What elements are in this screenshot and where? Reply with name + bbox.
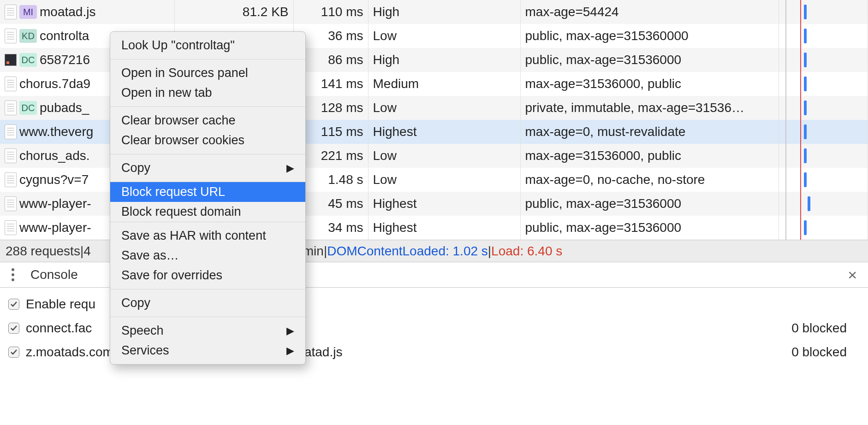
drawer-menu-icon[interactable]	[6, 268, 19, 281]
script-file-icon	[5, 100, 17, 115]
requests-count: 288 requests	[6, 244, 80, 259]
request-name: chorus_ads.	[19, 148, 90, 163]
ctx-save-overrides[interactable]: Save for overrides	[110, 266, 305, 285]
script-file-icon	[5, 124, 17, 139]
priority-cell: Low	[368, 144, 520, 168]
request-name: pubads_	[40, 100, 89, 115]
finish-suffix: min	[303, 244, 324, 259]
check-icon	[10, 301, 18, 308]
cache-control-cell: max-age=54424	[520, 0, 779, 24]
size-cell: 81.2 KB	[174, 0, 293, 24]
ctx-clear-cookies[interactable]: Clear browser cookies	[110, 130, 305, 150]
request-name: www-player-	[19, 220, 91, 235]
ctx-open-tab[interactable]: Open in new tab	[110, 83, 305, 103]
waterfall-cell	[779, 192, 868, 216]
initiator-badge: MI	[19, 5, 37, 19]
priority-cell: High	[368, 48, 520, 72]
sep: |	[80, 244, 83, 259]
chevron-right-icon: ▶	[286, 345, 294, 357]
waterfall-cell	[779, 168, 868, 192]
cache-control-cell: public, max-age=31536000	[520, 48, 779, 72]
waterfall-cell	[779, 24, 868, 48]
ctx-open-sources[interactable]: Open in Sources panel	[110, 63, 305, 83]
request-name: chorus.7da9	[19, 77, 90, 91]
request-name: www.theverg	[19, 124, 93, 139]
script-file-icon	[5, 172, 17, 187]
ctx-clear-cache[interactable]: Clear browser cache	[110, 111, 305, 130]
priority-cell: Highest	[368, 192, 520, 216]
request-name: cygnus?v=7	[19, 172, 89, 187]
cache-control-cell: max-age=0, must-revalidate	[520, 120, 779, 144]
cache-control-cell: public, max-age=31536000	[520, 216, 779, 240]
cache-control-cell: private, immutable, max-age=31536…	[520, 96, 779, 120]
domcontentloaded-label: DOMContentLoaded: 1.02 s	[327, 244, 488, 259]
waterfall-cell	[779, 72, 868, 96]
close-icon[interactable]: ×	[843, 266, 862, 284]
cache-control-cell: max-age=31536000, public	[520, 144, 779, 168]
chevron-right-icon: ▶	[286, 325, 294, 337]
ctx-copy[interactable]: Copy	[110, 293, 305, 313]
priority-cell: High	[368, 0, 520, 24]
pattern-checkbox[interactable]	[8, 347, 19, 358]
waterfall-cell	[779, 120, 868, 144]
request-name: moatad.js	[40, 5, 95, 19]
ctx-services[interactable]: Services▶	[110, 341, 305, 360]
waterfall-cell	[779, 96, 868, 120]
script-file-icon	[5, 77, 17, 91]
request-name: controlta	[40, 29, 89, 43]
context-menu: Look Up "controltag" Open in Sources pan…	[110, 31, 306, 365]
cache-control-cell: max-age=0, no-cache, no-store	[520, 168, 779, 192]
devtools-network-panel: MImoatad.js81.2 KB110 msHighmax-age=5442…	[0, 0, 868, 369]
initiator-badge: DC	[19, 101, 37, 115]
pattern-checkbox[interactable]	[8, 323, 19, 334]
chevron-right-icon: ▶	[286, 162, 294, 174]
script-file-icon	[5, 29, 17, 43]
priority-cell: Low	[368, 96, 520, 120]
ctx-save-har[interactable]: Save as HAR with content	[110, 226, 305, 246]
name-cell: MImoatad.js	[0, 0, 174, 24]
waterfall-cell	[779, 144, 868, 168]
enable-blocking-checkbox[interactable]	[8, 299, 19, 310]
load-label: Load: 6.40 s	[491, 244, 562, 259]
time-cell: 110 ms	[293, 0, 368, 24]
waterfall-cell	[779, 216, 868, 240]
cache-control-cell: public, max-age=315360000	[520, 24, 779, 48]
waterfall-cell	[779, 0, 868, 24]
ctx-lookup[interactable]: Look Up "controltag"	[110, 35, 305, 55]
blocked-count: 0 blocked	[791, 321, 860, 336]
enable-blocking-label: Enable requ	[26, 297, 95, 312]
initiator-badge: KD	[19, 29, 37, 43]
ctx-block-url[interactable]: Block request URL	[110, 182, 305, 202]
waterfall-cell	[779, 48, 868, 72]
priority-cell: Medium	[368, 72, 520, 96]
pattern-text: connect.fac	[26, 321, 92, 336]
tab-console[interactable]: Console	[30, 267, 78, 282]
script-file-icon	[5, 148, 17, 163]
request-name: www-player-	[19, 196, 91, 211]
check-icon	[10, 348, 18, 356]
table-row[interactable]: MImoatad.js81.2 KB110 msHighmax-age=5442…	[0, 0, 868, 24]
cache-control-cell: max-age=31536000, public	[520, 72, 779, 96]
request-name: 6587216	[40, 53, 90, 67]
priority-cell: Low	[368, 24, 520, 48]
sep: |	[324, 244, 327, 259]
ctx-block-domain[interactable]: Block request domain	[110, 202, 305, 222]
priority-cell: Highest	[368, 120, 520, 144]
image-file-icon	[5, 54, 17, 66]
initiator-badge: DC	[19, 53, 37, 67]
ctx-copy-submenu[interactable]: Copy▶	[110, 158, 305, 178]
ctx-speech[interactable]: Speech▶	[110, 321, 305, 341]
transferred-prefix: 4	[83, 244, 91, 259]
script-file-icon	[5, 196, 17, 211]
check-icon	[10, 325, 18, 332]
script-file-icon	[5, 220, 17, 235]
priority-cell: Low	[368, 168, 520, 192]
script-file-icon	[5, 5, 17, 19]
sep: |	[488, 244, 491, 259]
cache-control-cell: public, max-age=31536000	[520, 192, 779, 216]
blocked-count: 0 blocked	[791, 345, 860, 360]
priority-cell: Highest	[368, 216, 520, 240]
ctx-save-as[interactable]: Save as…	[110, 246, 305, 266]
